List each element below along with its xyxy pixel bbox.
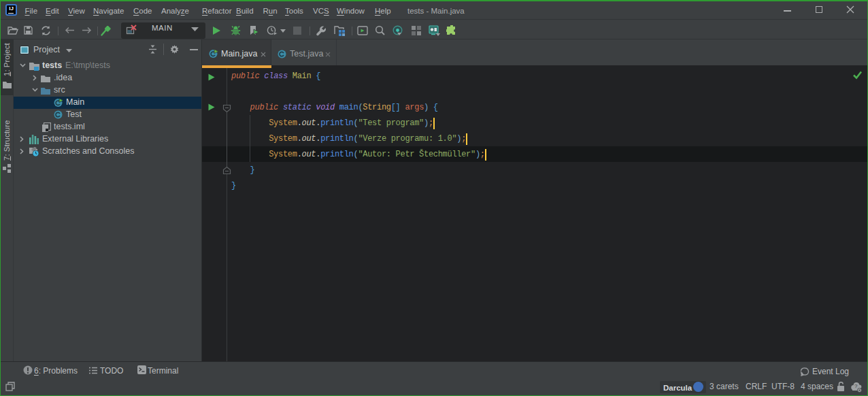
- svg-text:?: ?: [854, 383, 858, 389]
